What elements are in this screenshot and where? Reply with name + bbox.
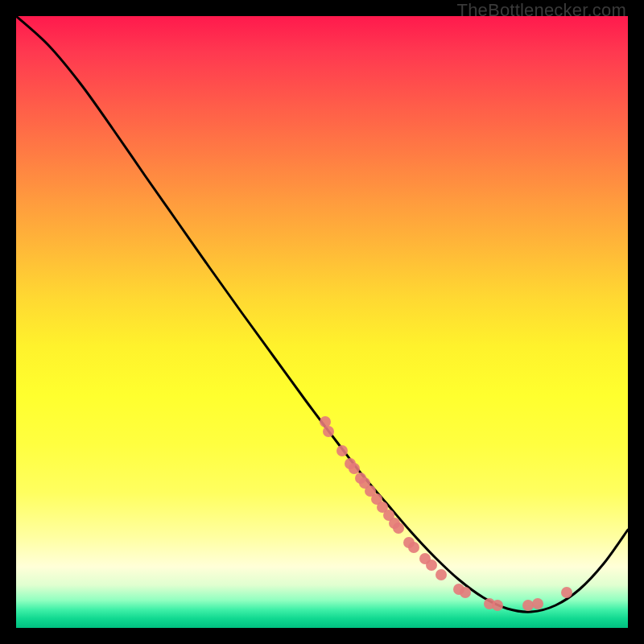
scatter-point <box>426 559 437 571</box>
scatter-point <box>436 569 447 580</box>
scatter-point <box>561 587 572 598</box>
scatter-point <box>522 600 534 611</box>
scatter-point <box>349 463 360 474</box>
scatter-point <box>492 600 503 611</box>
chart-frame: TheBottlenecker.com <box>0 0 644 644</box>
watermark-label: TheBottlenecker.com <box>457 0 626 21</box>
scatter-point <box>336 445 348 456</box>
scatter-point <box>323 426 334 437</box>
scatter-point <box>460 587 471 598</box>
curve-line <box>16 16 628 612</box>
scatter-point <box>320 416 331 427</box>
scatter-markers <box>320 416 572 611</box>
scatter-point <box>393 522 404 534</box>
scatter-point <box>532 598 543 609</box>
chart-svg <box>16 16 628 628</box>
plot-area <box>16 16 628 628</box>
scatter-point <box>408 542 419 553</box>
